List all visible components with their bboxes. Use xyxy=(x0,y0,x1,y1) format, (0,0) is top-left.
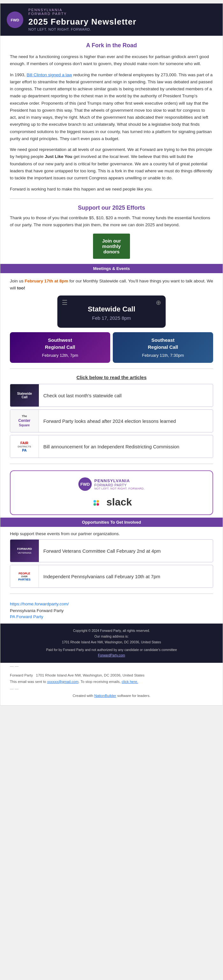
divider1 xyxy=(10,199,213,199)
support-title: Support our 2025 Efforts xyxy=(10,205,213,211)
divider4 xyxy=(10,593,213,594)
join-donors-button[interactable]: Join ourmonthlydonors xyxy=(93,234,130,259)
card-menu-icon: ☰ xyxy=(62,299,68,306)
southeast-regional-card[interactable]: SoutheastRegional Call February 11th, 7:… xyxy=(113,332,213,363)
slack-section: FWD PENNSYLVANIA FORWARD PARTY NOT LEFT.… xyxy=(10,470,213,515)
card-share-icon: ⊕ xyxy=(156,299,161,306)
fwd-org-sub: FORWARD PARTY xyxy=(94,483,145,487)
newsletter-subtitle: NOT LEFT. NOT RIGHT. FORWARD. xyxy=(28,27,136,31)
event-thumb-veterans: FORWARD VETERANS xyxy=(10,539,39,562)
footer-links: https://home.forwardparty.com/ Pennsylva… xyxy=(10,601,213,619)
slack-label: slack xyxy=(17,496,206,508)
svg-text:FWD: FWD xyxy=(11,18,19,22)
footer-mailing-label: Our mailing address is: xyxy=(7,634,216,640)
footer-mailing-address: 1701 Rhode Island Ave NW, Washington, DC… xyxy=(7,640,216,645)
bottom-org: Forward Party xyxy=(10,673,33,677)
event-card-veterans[interactable]: FORWARD VETERANS Forward Veterans Commit… xyxy=(10,539,213,562)
article-card-forward[interactable]: The Center Square Forward Party looks ah… xyxy=(10,409,213,433)
article1-title: A Fork in the Road xyxy=(10,42,213,49)
opportunities-banner: Opportunities To Get Involved xyxy=(0,518,223,527)
article1-para2: In 1993, Bill Clinton signed a law reduc… xyxy=(10,72,213,143)
article-card-statewide[interactable]: StatewideCall Check out last month's sta… xyxy=(10,384,213,407)
article-thumb-statewide: StatewideCall xyxy=(10,384,39,407)
support-text: Thank you to those of you that contribut… xyxy=(10,215,213,229)
fwd-badge: FWD PENNSYLVANIA FORWARD PARTY NOT LEFT.… xyxy=(78,477,145,491)
footer-copyright: Copyright © 2024 Forward Party, all righ… xyxy=(7,628,216,634)
org-logo: FWD xyxy=(7,11,23,28)
article-text-redistricting: Bill announcement for an Independent Red… xyxy=(39,440,213,453)
org-sub-header: FORWARD PARTY xyxy=(28,12,136,16)
meetings-banner: Meetings & Events xyxy=(0,264,223,273)
slack-icon xyxy=(91,496,103,508)
regional-calls-container: SouthwestRegional Call February 12th, 7p… xyxy=(10,332,213,363)
svg-rect-2 xyxy=(94,500,96,503)
bottom-divider1: — — xyxy=(10,664,213,668)
event-text-veterans: Forward Veterans Committee Call February… xyxy=(39,544,213,557)
southwest-title: SouthwestRegional Call xyxy=(14,337,106,351)
article-text-forward: Forward Party looks ahead after 2024 ele… xyxy=(39,415,213,428)
footer-paid-line: Paid for by Forward Party and not author… xyxy=(7,647,216,653)
svg-rect-5 xyxy=(96,503,99,506)
article-card-redistricting[interactable]: FAIR DISTRICTS PA Bill announcement for … xyxy=(10,435,213,458)
articles-click-label: Click below to read the articles xyxy=(10,375,213,380)
forward-party-url[interactable]: https://home.forwardparty.com/ xyxy=(10,601,213,606)
divider2 xyxy=(10,369,213,369)
pop-logo: PEOPLE OVER PARTIES xyxy=(16,570,32,583)
article-thumb-text-statewide: StatewideCall xyxy=(16,391,33,400)
bottom-divider2: — — xyxy=(10,687,213,691)
article-thumb-forward: The Center Square xyxy=(10,410,39,432)
slack-text-label: slack xyxy=(106,496,132,508)
article-text-statewide: Check out last month's statewide call xyxy=(39,389,213,402)
newsletter-title: 2025 February Newsletter xyxy=(28,17,136,27)
bottom-text: Forward Party 1701 Rhode Island Ave NW, … xyxy=(10,672,213,685)
meetings-date: February 17th at 8pm xyxy=(25,278,68,283)
bottom-email-prefix: This email was sent to xyxy=(10,680,47,684)
bottom-stop-text: To stop receiving emails, xyxy=(81,680,121,684)
org-name-header: PENNSYLVANIA xyxy=(28,8,136,12)
clinton-law-link[interactable]: Bill Clinton signed a law xyxy=(27,72,72,77)
southeast-date: February 11th, 7:30pm xyxy=(117,352,209,359)
partner-intro: Help support these events from our partn… xyxy=(10,531,213,536)
svg-rect-4 xyxy=(96,500,99,503)
nation-builder-link[interactable]: NationBuilder xyxy=(94,694,116,698)
statewide-card-title: Statewide Call xyxy=(62,305,161,313)
pa-forward-link[interactable]: PA Forward Party xyxy=(10,614,213,619)
footer-site-link[interactable]: ForwardParty.com xyxy=(98,653,125,657)
email-header: FWD PENNSYLVANIA FORWARD PARTY 2025 Febr… xyxy=(0,3,223,36)
bottom-click-link[interactable]: click here. xyxy=(122,680,138,684)
svg-rect-3 xyxy=(94,503,96,506)
event-card-independent[interactable]: PEOPLE OVER PARTIES Independent Pennsylv… xyxy=(10,565,213,588)
fwd-org-main: PENNSYLVANIA xyxy=(94,478,145,483)
southwest-date: February 12th, 7pm xyxy=(14,352,106,359)
footer-org-name: Pennsylvania Forward Party xyxy=(10,608,213,613)
fwd-circle-logo: FWD xyxy=(78,477,92,491)
bottom-email-link[interactable]: xxxxxx@gmail.com xyxy=(47,680,79,684)
meetings-intro: Join us February 17th at 8pm for our Mon… xyxy=(10,278,213,291)
bottom-address: 1701 Rhode Island Ave NW, Washington, DC… xyxy=(36,673,145,677)
southwest-regional-card[interactable]: SouthwestRegional Call February 12th, 7p… xyxy=(10,332,110,363)
article1-para3: We need good representation at all level… xyxy=(10,146,213,181)
event-thumb-people: PEOPLE OVER PARTIES xyxy=(10,565,39,587)
statewide-card-date: Feb 17, 2025 8pm xyxy=(62,315,161,321)
event-text-independent: Independent Pennsylvanians call February… xyxy=(39,570,213,583)
fwd-org-tag: NOT LEFT. NOT RIGHT. FORWARD. xyxy=(94,487,145,490)
divider3 xyxy=(10,464,213,464)
dark-footer: Copyright © 2024 Forward Party, all righ… xyxy=(0,624,223,663)
bottom-created: Created with NationBuilder software for … xyxy=(10,694,213,698)
southeast-title: SoutheastRegional Call xyxy=(117,337,209,351)
article1-para1: The need for a functioning congress is h… xyxy=(10,53,213,68)
article-thumb-fair: FAIR DISTRICTS PA xyxy=(10,435,39,458)
article1-para4: Forward is working hard to make this hap… xyxy=(10,186,213,193)
statewide-call-card[interactable]: ☰ ⊕ Statewide Call Feb 17, 2025 8pm xyxy=(57,296,166,328)
